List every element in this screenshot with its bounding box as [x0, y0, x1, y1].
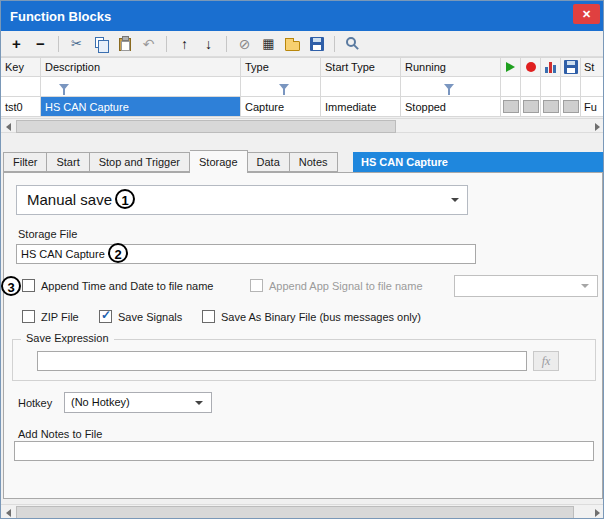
toolbar: + − ✂ ↶ ↑ ↓ ⊘ ▦: [1, 31, 603, 57]
annotation-step-3: 3: [1, 276, 21, 296]
move-down-icon[interactable]: ↓: [198, 33, 219, 54]
tile-icon[interactable]: ▦: [258, 33, 279, 54]
open-folder-icon[interactable]: [282, 33, 303, 54]
filter-cell-key[interactable]: [1, 77, 41, 96]
row-type-cell[interactable]: Capture: [241, 97, 321, 116]
floppy-icon: [564, 60, 578, 74]
remove-icon[interactable]: −: [30, 33, 51, 54]
column-header-start[interactable]: [501, 58, 521, 76]
close-icon: ✕: [582, 8, 591, 20]
save-expression-input[interactable]: [37, 351, 527, 371]
tab-filter[interactable]: Filter: [3, 152, 47, 172]
bottom-horizontal-scrollbar[interactable]: [1, 504, 604, 519]
save-mode-value: Manual save: [17, 186, 467, 214]
row-start-button-cell[interactable]: [501, 97, 521, 116]
record-button[interactable]: [523, 100, 539, 113]
grid-header-row: Key Description Type Start Type Running …: [1, 57, 604, 77]
save-as-binary-checkbox[interactable]: [202, 310, 215, 323]
row-save-button-cell[interactable]: [561, 97, 581, 116]
bottom-scrollbar-thumb[interactable]: [16, 506, 574, 519]
row-partial-cell[interactable]: Fu: [581, 97, 604, 116]
hotkey-select[interactable]: (No Hotkey): [64, 392, 212, 413]
toolbar-separator: [166, 36, 167, 52]
scroll-left-icon[interactable]: [1, 119, 16, 134]
filter-cell-partial[interactable]: [581, 77, 604, 96]
column-header-save[interactable]: [561, 58, 581, 76]
row-key-cell[interactable]: tst0: [1, 97, 41, 116]
chevron-down-icon: [581, 284, 589, 288]
filter-cell-description[interactable]: [41, 77, 241, 96]
row-description-cell[interactable]: HS CAN Capture: [41, 97, 241, 116]
save-signals-checkbox[interactable]: ✓: [99, 310, 112, 323]
toolbar-separator: [226, 36, 227, 52]
move-up-icon[interactable]: ↑: [174, 33, 195, 54]
start-button[interactable]: [503, 100, 519, 113]
row-record-button-cell[interactable]: [521, 97, 541, 116]
zip-file-checkbox[interactable]: [22, 310, 35, 323]
save-button[interactable]: [563, 100, 579, 113]
filter-cell-icon[interactable]: [521, 77, 541, 96]
append-app-signal-label: Append App Signal to file name: [269, 280, 423, 292]
tab-storage[interactable]: Storage: [190, 150, 248, 173]
cut-icon[interactable]: ✂: [66, 33, 87, 54]
filter-cell-icon[interactable]: [501, 77, 521, 96]
save-expression-label: Save Expression: [21, 332, 114, 344]
save-expression-group: Save Expression fx: [12, 339, 596, 381]
filter-funnel-description-icon[interactable]: [59, 84, 69, 90]
storage-file-input[interactable]: [16, 244, 476, 264]
filter-funnel-running-icon[interactable]: [444, 84, 454, 90]
append-time-checkbox[interactable]: [22, 279, 35, 292]
filter-cell-icon[interactable]: [561, 77, 581, 96]
save-mode-select[interactable]: Manual save: [16, 185, 468, 215]
scroll-left-icon[interactable]: [1, 505, 16, 519]
function-blocks-window: Function Blocks ✕ + − ✂ ↶ ↑ ↓ ⊘ ▦ Key De…: [0, 0, 604, 519]
titlebar[interactable]: Function Blocks ✕: [1, 1, 603, 31]
close-button[interactable]: ✕: [573, 4, 600, 24]
save-as-binary-label: Save As Binary File (bus messages only): [221, 311, 421, 323]
column-header-running[interactable]: Running: [401, 58, 501, 76]
filter-funnel-type-icon[interactable]: [279, 84, 289, 90]
chevron-down-icon: [451, 198, 459, 202]
add-icon[interactable]: +: [6, 33, 27, 54]
save-signals-label: Save Signals: [118, 311, 182, 323]
scroll-right-icon[interactable]: [590, 505, 604, 519]
tab-start[interactable]: Start: [47, 152, 89, 172]
save-icon[interactable]: [306, 33, 327, 54]
grid-scrollbar-thumb[interactable]: [16, 120, 396, 133]
check-icon: ✓: [101, 308, 111, 322]
append-app-signal-checkbox[interactable]: [250, 279, 263, 292]
column-header-type[interactable]: Type: [241, 58, 321, 76]
tab-bar: Filter Start Stop and Trigger Storage Da…: [3, 152, 338, 173]
row-running-cell[interactable]: Stopped: [401, 97, 501, 116]
row-start-type-cell[interactable]: Immediate: [321, 97, 401, 116]
tab-data[interactable]: Data: [248, 152, 290, 172]
chevron-down-icon: [195, 401, 203, 405]
tab-stop-and-trigger[interactable]: Stop and Trigger: [90, 152, 190, 172]
tab-notes[interactable]: Notes: [290, 152, 338, 172]
column-header-partial[interactable]: St: [581, 58, 604, 76]
zoom-icon[interactable]: [342, 33, 363, 54]
filter-cell-start-type[interactable]: [321, 77, 401, 96]
column-header-start-type[interactable]: Start Type: [321, 58, 401, 76]
app-signal-select[interactable]: [454, 275, 598, 297]
column-header-record[interactable]: [521, 58, 541, 76]
paste-icon[interactable]: [114, 33, 135, 54]
graph-button[interactable]: [543, 100, 559, 113]
fx-expression-button[interactable]: fx: [533, 351, 559, 371]
hotkey-value: (No Hotkey): [65, 393, 211, 412]
table-row[interactable]: tst0 HS CAN Capture Capture Immediate St…: [1, 97, 604, 117]
filter-cell-icon[interactable]: [541, 77, 561, 96]
grid-horizontal-scrollbar[interactable]: [1, 118, 604, 133]
row-graph-button-cell[interactable]: [541, 97, 561, 116]
copy-icon[interactable]: [90, 33, 111, 54]
add-notes-input[interactable]: [14, 441, 594, 461]
column-header-key[interactable]: Key: [1, 58, 41, 76]
disable-icon[interactable]: ⊘: [234, 33, 255, 54]
column-header-description[interactable]: Description: [41, 58, 241, 76]
column-header-graph[interactable]: [541, 58, 561, 76]
scroll-right-icon[interactable]: [590, 119, 604, 134]
toolbar-separator: [334, 36, 335, 52]
undo-icon[interactable]: ↶: [138, 33, 159, 54]
selected-block-title: HS CAN Capture: [353, 152, 603, 172]
function-blocks-grid: Key Description Type Start Type Running …: [1, 57, 604, 117]
